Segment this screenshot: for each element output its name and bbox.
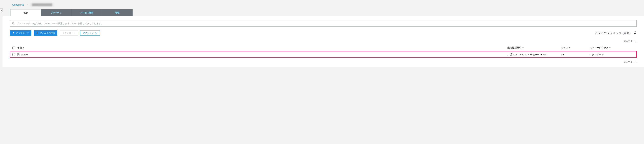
- search-input[interactable]: [16, 22, 634, 25]
- table-row[interactable]: test.txt 10月 2, 2019 4:18:54 午後 GMT+0900…: [10, 51, 636, 58]
- sort-caret-icon: ▼: [23, 47, 24, 49]
- column-size[interactable]: サイズ ▼: [561, 46, 590, 49]
- upload-icon: [12, 32, 14, 34]
- breadcrumb-sep: ›: [27, 3, 28, 6]
- row-name: test.txt: [21, 53, 28, 56]
- column-size-label: サイズ: [561, 46, 568, 49]
- region-label: アジアパシフィック (東京): [594, 31, 636, 35]
- breadcrumb: Amazon S3 › ████████████: [0, 0, 644, 9]
- pagination-bottom-text: 表示中 1 〜 1: [624, 61, 636, 64]
- chevron-down-icon: [95, 32, 97, 34]
- pagination-top: 表示中 1 〜 1: [10, 38, 636, 44]
- sort-caret-icon: ▼: [569, 47, 570, 49]
- pagination-top-text: 表示中 1 〜 1: [624, 40, 636, 43]
- plus-icon: [36, 32, 38, 34]
- row-checkbox[interactable]: [12, 53, 15, 56]
- row-storage-class: スタンダード: [590, 53, 636, 56]
- tab-properties[interactable]: プロパティ: [41, 9, 72, 16]
- column-storage-class-label: ストレージクラス: [590, 46, 608, 49]
- row-last-modified: 10月 2, 2019 4:18:54 午後 GMT+0900: [508, 53, 561, 56]
- refresh-button[interactable]: [634, 31, 636, 35]
- create-folder-button[interactable]: フォルダの作成: [34, 30, 58, 36]
- select-all-checkbox[interactable]: [12, 47, 15, 49]
- drawer-toggle[interactable]: [0, 8, 2, 12]
- svg-line-1: [14, 24, 14, 24]
- file-icon: [17, 53, 20, 56]
- upload-button[interactable]: アップロード: [10, 30, 32, 36]
- actions-label: アクション: [83, 31, 94, 34]
- breadcrumb-current: ████████████: [30, 3, 54, 6]
- search-box: [10, 20, 636, 27]
- column-storage-class[interactable]: ストレージクラス ▼: [590, 46, 636, 49]
- tab-overview[interactable]: 概要: [10, 9, 41, 16]
- column-last-modified-label: 最終更新日時: [508, 46, 522, 49]
- sort-caret-icon: ▼: [609, 47, 611, 49]
- toolbar: アップロード フォルダの作成 ダウンロード アクション アジアパシフィック (東…: [10, 30, 636, 36]
- breadcrumb-root[interactable]: Amazon S3: [12, 3, 24, 6]
- tab-management[interactable]: 管理: [102, 9, 132, 16]
- column-name-label: 名前: [17, 46, 22, 49]
- table-header: 名前 ▼ 最終更新日時 ▼ サイズ ▼ ストレージクラス ▼: [10, 44, 636, 51]
- region-text: アジアパシフィック (東京): [594, 31, 630, 35]
- row-size: 0 B: [561, 53, 590, 56]
- download-button: ダウンロード: [60, 30, 78, 36]
- search-icon: [12, 22, 14, 25]
- refresh-icon: [634, 31, 636, 34]
- sort-caret-icon: ▼: [522, 47, 524, 49]
- panel: アップロード フォルダの作成 ダウンロード アクション アジアパシフィック (東…: [2, 16, 644, 67]
- column-name[interactable]: 名前 ▼: [17, 46, 508, 49]
- column-last-modified[interactable]: 最終更新日時 ▼: [508, 46, 561, 49]
- tabs: 概要 プロパティ アクセス権限 管理: [0, 9, 644, 16]
- chevron-right-icon: [1, 9, 2, 11]
- create-folder-label: フォルダの作成: [40, 31, 55, 34]
- actions-button[interactable]: アクション: [80, 30, 100, 36]
- upload-label: アップロード: [16, 31, 29, 34]
- svg-point-0: [12, 22, 14, 24]
- download-label: ダウンロード: [62, 31, 75, 34]
- pagination-bottom: 表示中 1 〜 1: [10, 58, 636, 65]
- tab-permissions[interactable]: アクセス権限: [72, 9, 102, 16]
